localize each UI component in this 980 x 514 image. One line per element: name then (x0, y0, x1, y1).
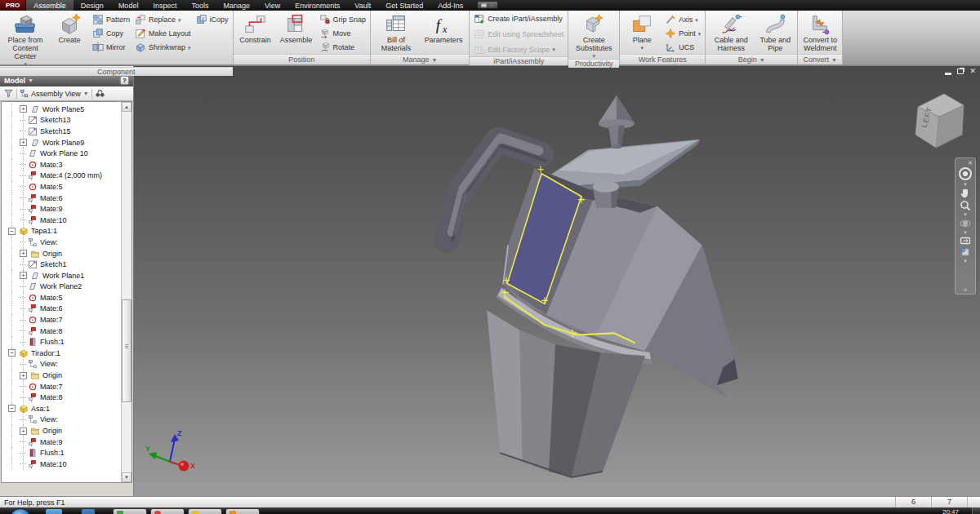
menu-tab-add-ins[interactable]: Add-Ins (430, 0, 470, 11)
tree-item-mate-10[interactable]: Mate:10 (2, 459, 121, 470)
convert-to-weldment-button[interactable]: Convert to Weldment (800, 11, 840, 54)
chevron-down-icon[interactable]: ▾ (698, 31, 702, 37)
group-label-position[interactable]: Position (234, 54, 371, 64)
pan-icon[interactable] (960, 188, 971, 199)
restore-icon[interactable] (957, 69, 964, 74)
taskbar-pinned-icon[interactable] (82, 509, 95, 514)
tree-item-mate-7[interactable]: Mate:7 (2, 381, 121, 392)
menu-tab-inspect[interactable]: Inspect (145, 0, 184, 11)
tree-item-mate-10[interactable]: Mate:10 (2, 215, 121, 226)
taskbar-pinned-icon[interactable] (46, 509, 62, 514)
orbit-icon[interactable] (960, 218, 971, 229)
expand-icon[interactable]: + (20, 372, 27, 379)
chevron-down-icon[interactable]: ▾ (188, 45, 191, 51)
tree-item-view[interactable]: View: (2, 359, 121, 370)
help-button[interactable]: ? (120, 76, 129, 85)
collapse-icon[interactable]: − (8, 228, 16, 235)
navbar-menu-icon[interactable]: ⊖ (963, 287, 967, 292)
close-icon[interactable]: ✕ (969, 68, 976, 75)
group-label-work-features[interactable]: Work Features (620, 54, 705, 64)
chevron-down-icon[interactable]: ▾ (24, 61, 27, 67)
chevron-down-icon[interactable]: ▼ (83, 91, 89, 96)
chevron-down-icon[interactable]: ▼ (963, 212, 968, 217)
filter-icon[interactable] (3, 89, 14, 98)
bill-of-materials-button[interactable]: Bill of Materials (373, 11, 419, 54)
menu-tab-get-started[interactable]: Get Started (378, 0, 430, 11)
expand-icon[interactable]: + (20, 250, 27, 257)
tree-item-mate-8[interactable]: Mate:8 (2, 326, 121, 337)
point-button[interactable]: Point▾ (663, 27, 702, 40)
moka-pot-model[interactable] (134, 66, 980, 496)
show-desktop-button[interactable] (972, 507, 980, 514)
menu-tab-model[interactable]: Model (111, 0, 146, 11)
browser-header[interactable]: Model ▼ ? (0, 74, 133, 86)
grip-snap-button[interactable]: Grip Snap (318, 13, 368, 26)
tree-item-tapa1-1[interactable]: −Tapa1:1 (2, 226, 121, 237)
find-icon[interactable] (95, 89, 105, 98)
create-substitutes-button[interactable]: Create Substitutes▾ (571, 11, 617, 59)
tree-item-mate-6[interactable]: Mate:6 (2, 304, 121, 315)
menu-tab-assemble[interactable]: Assemble (26, 0, 74, 11)
group-label-ipart-iassembly[interactable]: iPart/iAssembly (470, 56, 568, 65)
tree-item-sketch13[interactable]: Sketch13 (2, 115, 121, 126)
tree-item-mate-5[interactable]: Mate:5 (2, 292, 121, 304)
lid-knob[interactable] (599, 95, 635, 148)
taskbar-window-button[interactable] (113, 508, 147, 514)
start-button[interactable] (10, 508, 31, 514)
group-label-component[interactable]: Component (0, 67, 233, 76)
menu-tab-environments[interactable]: Environments (287, 0, 347, 11)
minimize-icon[interactable] (945, 73, 951, 75)
pattern-button[interactable]: Pattern (91, 13, 131, 26)
plane-button[interactable]: Plane▾ (622, 11, 662, 54)
rotate-button[interactable]: Rotate (318, 41, 368, 54)
tree-item-asa-1[interactable]: −Asa:1 (2, 403, 121, 414)
tree-item-flush-1[interactable]: Flush:1 (2, 336, 121, 348)
tree-item-mate-9[interactable]: Mate:9 (2, 203, 121, 215)
cable-and-harness-button[interactable]: Cable and Harness (708, 11, 754, 54)
axis-button[interactable]: Axis▾ (663, 13, 702, 26)
tree-item-view[interactable]: View: (2, 237, 121, 248)
menu-tab-vault[interactable]: Vault (347, 0, 378, 11)
tree-item-mate-3[interactable]: Mate:3 (2, 159, 121, 171)
move-button[interactable]: Move (318, 27, 368, 40)
tree-item-tirador-1[interactable]: −Tirador:1 (2, 348, 121, 359)
place-from-content-center-button[interactable]: Place from Content Center▾ (2, 11, 48, 67)
tree-item-mate-7[interactable]: Mate:7 (2, 314, 121, 326)
create-button[interactable]: Create (50, 11, 89, 67)
taskbar-clock[interactable]: 20:47 (942, 508, 959, 514)
parameters-button[interactable]: fxParameters (421, 11, 466, 54)
tube-and-pipe-button[interactable]: Tube and Pipe (755, 11, 795, 54)
taskbar-window-button[interactable] (225, 508, 260, 514)
chevron-down-icon[interactable]: ▼ (963, 182, 968, 187)
taskbar-window-button[interactable] (150, 508, 185, 514)
chevron-down-icon[interactable]: ▾ (552, 47, 555, 52)
shrinkwrap-button[interactable]: Shrinkwrap▾ (133, 41, 193, 54)
tree-scrollbar[interactable]: ▲ ▼ (121, 102, 131, 482)
menu-tab-design[interactable]: Design (74, 0, 111, 11)
tree-item-mate-9[interactable]: Mate:9 (2, 436, 121, 448)
collapse-icon[interactable]: − (8, 405, 16, 412)
tree-item-work-plane-10[interactable]: Work Plane 10 (2, 148, 121, 159)
ucs-button[interactable]: UCS (663, 41, 702, 54)
constrain-button[interactable]: Constrain (236, 11, 275, 54)
chevron-down-icon[interactable]: ▼ (760, 57, 765, 63)
tree-item-sketch1[interactable]: Sketch1 (2, 259, 121, 270)
tree-item-work-plane9[interactable]: +Work Plane9 (2, 137, 121, 148)
chevron-down-icon[interactable]: ▾ (640, 45, 644, 51)
copy-button[interactable]: Copy (91, 27, 131, 40)
scroll-up-arrow[interactable]: ▲ (122, 102, 131, 112)
look-at-icon[interactable] (960, 236, 971, 246)
menu-tab-manage[interactable]: Manage (216, 0, 257, 11)
tree-item-mate-6[interactable]: Mate:6 (2, 193, 121, 204)
expand-icon[interactable]: + (20, 139, 27, 146)
make-layout-button[interactable]: Make Layout (133, 27, 193, 40)
view-cube[interactable]: LEFT (905, 87, 970, 157)
tree-item-mate-5[interactable]: Mate:5 (2, 181, 121, 193)
view-face-icon[interactable] (960, 246, 971, 258)
group-label-productivity[interactable]: Productivity (568, 59, 619, 68)
tree-item-flush-1[interactable]: Flush:1 (2, 447, 121, 459)
menu-tab-tools[interactable]: Tools (184, 0, 216, 11)
create-ipart-iassembly-button[interactable]: Create iPart/iAssembly (472, 11, 565, 25)
tree-item-origin[interactable]: +Origin (2, 370, 121, 381)
chevron-down-icon[interactable]: ▼ (831, 57, 837, 63)
